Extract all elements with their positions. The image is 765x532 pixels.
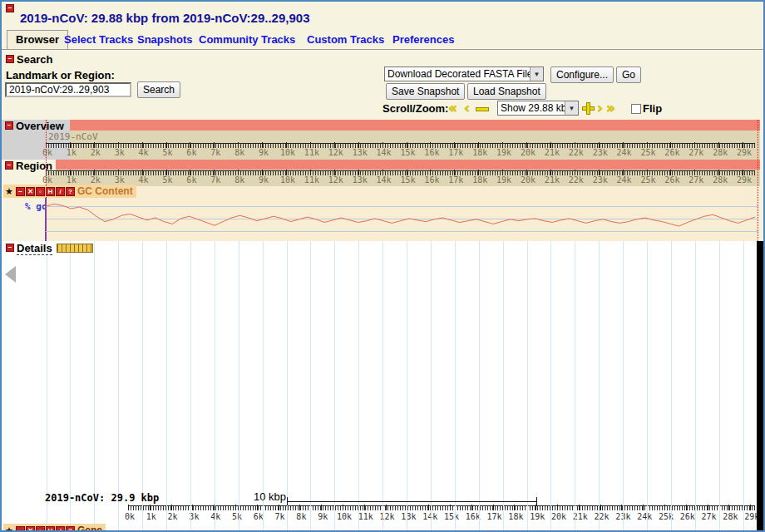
details-ruler-major-tick: [750, 505, 751, 510]
pan-right-icon[interactable]: ›: [597, 102, 603, 114]
share-track-icon[interactable]: H: [46, 526, 55, 531]
about-track-icon[interactable]: ▫: [36, 187, 45, 196]
tab-community-tracks[interactable]: Community Tracks: [199, 33, 295, 46]
overview-ruler-major-tick: [118, 142, 119, 148]
tab-preferences[interactable]: Preferences: [392, 33, 454, 46]
tab-browser[interactable]: Browser: [7, 30, 68, 50]
help-track-icon[interactable]: ?: [66, 187, 75, 196]
detail-gridline: [671, 241, 672, 530]
details-ruler-major-tick: [536, 505, 536, 510]
window-collapse-icon[interactable]: −: [6, 4, 14, 12]
tab-select-tracks[interactable]: Select Tracks: [64, 33, 133, 46]
overview-collapse-icon[interactable]: −: [5, 121, 13, 130]
collapse-track-icon[interactable]: −: [16, 526, 25, 531]
region-ruler-label: 26k: [664, 175, 679, 185]
details-ruler-label: 18k: [508, 512, 523, 521]
zoom-out-icon[interactable]: [476, 107, 489, 111]
overview-ruler-label: 24k: [617, 148, 632, 157]
overview-ruler-major-tick: [454, 142, 455, 148]
detail-gridline: [70, 241, 71, 530]
region-collapse-icon[interactable]: −: [5, 161, 13, 170]
config-track-icon[interactable]: /: [56, 526, 65, 531]
close-track-icon[interactable]: ✕: [26, 526, 35, 531]
region-ruler-label: 8k: [234, 175, 244, 185]
region-ruler-label: 6k: [186, 175, 196, 185]
zoom-level-select[interactable]: Show 29.88 kbp ▼: [497, 101, 579, 116]
region-ruler-major-tick: [286, 170, 287, 175]
details-right-scrollbar[interactable]: [757, 241, 765, 530]
detail-gridline: [334, 241, 335, 530]
overview-ruler-major-tick: [166, 142, 167, 148]
genome-browser-window: − 2019-nCoV: 29.88 kbp from 2019-nCoV:29…: [0, 0, 765, 532]
details-ruler-label: 17k: [487, 512, 502, 521]
gc-content-track-title: GC Content: [77, 185, 133, 197]
configure-button[interactable]: Configure...: [550, 66, 614, 83]
overview-ruler-major-tick: [502, 142, 503, 148]
landmark-input[interactable]: [5, 82, 131, 97]
region-ruler-label: 10k: [280, 175, 295, 185]
detail-gridline: [239, 241, 239, 530]
region-ruler-major-tick: [407, 170, 407, 175]
overview-ruler-label: 7k: [210, 148, 220, 157]
search-section-title: Search: [17, 53, 52, 66]
favorite-star-icon[interactable]: ★: [5, 526, 15, 531]
search-button[interactable]: Search: [137, 81, 180, 98]
config-track-icon[interactable]: /: [56, 187, 65, 196]
favorite-star-icon[interactable]: ★: [5, 187, 15, 196]
region-position-band[interactable]: [46, 160, 760, 170]
overview-ruler-label: 26k: [664, 148, 679, 157]
chevron-down-icon: ▼: [565, 101, 578, 115]
overview-ruler-label: 9k: [259, 148, 269, 157]
details-ruler-major-tick: [171, 505, 172, 510]
details-ruler-major-tick: [664, 505, 665, 510]
download-select[interactable]: Download Decorated FASTA File ▼: [384, 66, 544, 81]
details-ruler-major-tick: [686, 505, 687, 510]
pan-far-left-icon[interactable]: «: [448, 102, 457, 114]
tab-custom-tracks[interactable]: Custom Tracks: [307, 33, 384, 46]
region-ruler-label: 24k: [617, 175, 632, 185]
details-ruler-major-tick: [257, 505, 258, 510]
detail-gridline: [190, 241, 191, 530]
detail-gridline: [142, 241, 143, 530]
share-track-icon[interactable]: H: [46, 187, 55, 196]
tab-snapshots[interactable]: Snapshots: [137, 33, 192, 46]
load-snapshot-button[interactable]: Load Snapshot: [467, 83, 546, 100]
detail-position-indicator[interactable]: [57, 244, 93, 253]
search-collapse-icon[interactable]: −: [6, 55, 14, 63]
chevron-down-icon: ▼: [530, 67, 543, 81]
pan-left-arrow-icon[interactable]: [5, 266, 16, 283]
region-ruler-major-tick: [166, 170, 167, 175]
overview-position-band[interactable]: [46, 120, 760, 131]
detail-gridline: [263, 241, 264, 530]
region-ruler-label: 11k: [304, 175, 319, 185]
detail-gridline: [550, 241, 551, 530]
overview-ruler-major-tick: [382, 142, 383, 148]
region-ruler-label: 27k: [688, 175, 703, 185]
overview-ruler-major-tick: [743, 142, 743, 148]
pan-left-icon[interactable]: ‹: [464, 102, 470, 114]
zoom-in-icon[interactable]: [582, 102, 595, 115]
save-snapshot-button[interactable]: Save Snapshot: [386, 83, 465, 100]
detail-gridline: [431, 241, 432, 530]
details-collapse-icon[interactable]: −: [6, 244, 14, 252]
close-track-icon[interactable]: ✕: [26, 187, 35, 196]
go-button[interactable]: Go: [616, 66, 641, 83]
overview-ruler-major-tick: [286, 142, 287, 148]
collapse-track-icon[interactable]: −: [16, 187, 25, 196]
overview-ruler-major-tick: [575, 142, 575, 148]
region-ruler-label: 4k: [139, 175, 149, 185]
pan-far-right-icon[interactable]: »: [606, 102, 615, 114]
help-track-icon[interactable]: ?: [66, 526, 75, 531]
region-ruler-label: 1k: [67, 175, 76, 185]
detail-gridline: [94, 241, 95, 530]
scroll-zoom-label: Scroll/Zoom:: [382, 102, 448, 115]
detail-gridline: [47, 241, 47, 530]
detail-gridline: [575, 241, 575, 530]
region-ruler-label: 28k: [713, 175, 728, 185]
about-track-icon[interactable]: ▫: [36, 526, 45, 531]
flip-checkbox[interactable]: [631, 104, 641, 114]
detail-gridline: [647, 241, 648, 530]
region-ruler-label: 0k: [42, 175, 52, 185]
detail-gridline: [455, 241, 456, 530]
overview-section-title: Overview: [16, 120, 64, 132]
